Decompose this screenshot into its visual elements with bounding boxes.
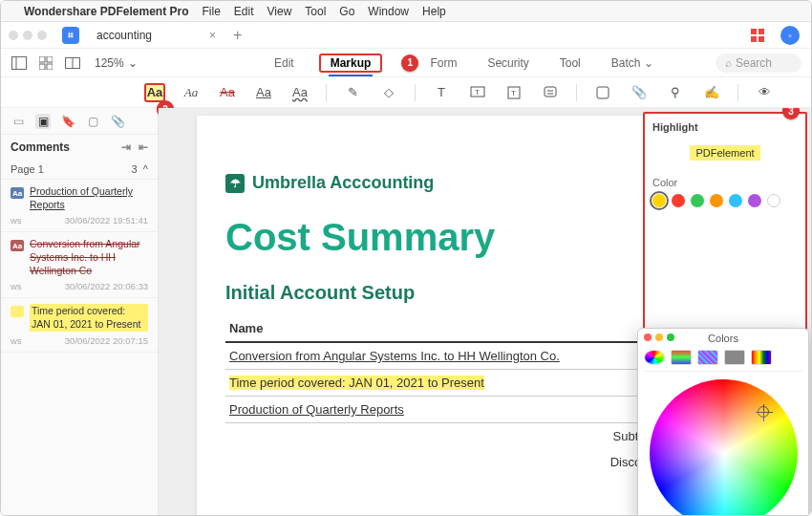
thumbnails-icon[interactable] <box>37 54 54 72</box>
toolbar-separator <box>415 84 416 101</box>
svg-rect-0 <box>751 29 757 34</box>
main-area: ▭ ▣ 🔖 ▢ 📎 Comments ⇥ ⇤ Page 1 3 ^ Aa Pro… <box>1 108 811 516</box>
eraser-tool[interactable]: ◇ <box>378 83 399 102</box>
color-swatch[interactable] <box>691 194 704 207</box>
svg-text:T: T <box>511 89 516 97</box>
tab-tool[interactable]: Tool <box>554 54 587 73</box>
text-style-tool[interactable]: Aa <box>181 83 202 102</box>
svg-rect-2 <box>751 36 757 42</box>
app-name[interactable]: Wondershare PDFelement Pro <box>24 5 189 18</box>
tab-form[interactable]: Form <box>424 54 462 73</box>
tab-batch[interactable]: Batch ⌄ <box>606 54 659 73</box>
main-toolbar: 125%⌄ Edit Markup 1 Form Security Tool B… <box>1 49 811 77</box>
svg-rect-4 <box>12 56 27 69</box>
color-swatch[interactable] <box>767 194 780 207</box>
picker-pencils-tab[interactable] <box>751 350 772 365</box>
menu-go[interactable]: Go <box>339 5 354 18</box>
highlight-tool-selected[interactable]: Aa <box>144 83 165 102</box>
comment-time: 30/06/2022 19:51:41 <box>65 215 148 226</box>
search-panel-icon[interactable]: ▢ <box>85 114 100 129</box>
sidebar-toggle-icon[interactable] <box>11 54 28 72</box>
stamp-tool[interactable]: ⚲ <box>665 83 686 102</box>
color-reticle[interactable] <box>758 406 769 418</box>
svg-rect-16 <box>545 87 556 97</box>
tab-close-icon[interactable]: × <box>209 29 216 42</box>
color-wheel[interactable] <box>650 379 798 516</box>
window-traffic-lights[interactable] <box>9 31 47 40</box>
search-box[interactable]: ⌕ Search <box>716 54 801 73</box>
document-tab[interactable]: accounting × <box>89 25 224 46</box>
markup-toolbar: Aa Aa Aa Aa Aa ✎ ◇ T T T 📎 ⚲ ✍ 👁 2 <box>1 77 811 108</box>
cell-name: Time period covered: JAN 01, 2021 to Pre… <box>229 376 484 390</box>
annotation-type-icon: Aa <box>11 240 24 251</box>
comments-panel-icon[interactable]: ▣ <box>35 114 51 129</box>
cell-name: Production of Quarterly Reports <box>229 402 404 417</box>
picker-sliders-tab[interactable] <box>671 350 692 365</box>
strikethrough-tool[interactable]: Aa <box>217 83 238 102</box>
search-icon: ⌕ <box>725 56 732 70</box>
sidebar-title: Comments <box>11 140 70 154</box>
attachments-panel-icon[interactable]: 📎 <box>110 114 125 129</box>
thumbnail-panel-icon[interactable]: ▭ <box>11 114 26 129</box>
search-placeholder: Search <box>736 56 772 70</box>
collapse-all-icon[interactable]: ⇥ <box>121 140 131 154</box>
comment-item[interactable]: Aa Production of Quarterly Reports ws30/… <box>1 180 158 232</box>
svg-rect-6 <box>39 56 45 62</box>
apps-grid-icon[interactable] <box>750 28 765 43</box>
tab-edit[interactable]: Edit <box>268 54 300 73</box>
app-logo-icon: ⌗ <box>62 27 79 44</box>
popover-traffic-lights[interactable] <box>644 333 674 341</box>
svg-rect-8 <box>39 64 45 70</box>
attachment-tool[interactable]: 📎 <box>629 83 650 102</box>
note-tool[interactable]: T <box>503 83 524 102</box>
underline-tool[interactable]: Aa <box>253 83 274 102</box>
chevron-down-icon: ⌄ <box>128 56 138 70</box>
expand-all-icon[interactable]: ⇤ <box>139 140 148 154</box>
hide-annotations-tool[interactable]: 👁 <box>754 83 775 102</box>
comment-user: ws <box>11 281 22 291</box>
menu-help[interactable]: Help <box>422 5 446 18</box>
color-picker-popover[interactable]: Colors ✎ sRGB IEC61966-2.1 <box>637 328 809 516</box>
comment-item[interactable]: Time period covered: JAN 01, 2021 to Pre… <box>1 298 158 353</box>
reading-mode-icon[interactable] <box>64 54 81 72</box>
svg-rect-3 <box>759 36 764 42</box>
sticky-note-tool[interactable] <box>540 83 561 102</box>
color-swatch[interactable] <box>729 194 742 207</box>
menu-file[interactable]: File <box>203 5 221 18</box>
comment-time: 30/06/2022 20:06:33 <box>65 281 148 291</box>
callout-tool[interactable]: T <box>467 83 488 102</box>
tab-markup-highlighted: Markup <box>319 54 383 73</box>
textbox-tool[interactable]: T <box>431 83 452 102</box>
bookmark-panel-icon[interactable]: 🔖 <box>60 114 75 129</box>
svg-text:T: T <box>475 88 480 97</box>
color-swatch[interactable] <box>748 194 761 207</box>
col-name: Name <box>225 315 696 342</box>
new-tab-button[interactable]: + <box>233 27 242 44</box>
menu-view[interactable]: View <box>267 5 292 18</box>
color-swatch[interactable] <box>672 194 685 207</box>
svg-rect-7 <box>47 56 53 62</box>
picker-image-tab[interactable] <box>724 350 745 365</box>
company-logo-icon: ☂ <box>225 174 245 193</box>
signature-tool[interactable]: ✍ <box>701 83 722 102</box>
macos-menubar: Wondershare PDFelement Pro File Edit Vie… <box>1 1 811 22</box>
picker-palettes-tab[interactable] <box>697 350 718 365</box>
user-avatar[interactable]: ◦ <box>780 26 800 45</box>
zoom-dropdown[interactable]: 125%⌄ <box>95 56 138 70</box>
comment-user: ws <box>11 215 22 226</box>
comment-item[interactable]: Aa Conversion from Angular Systems Inc. … <box>1 232 158 298</box>
menu-tool[interactable]: Tool <box>305 5 326 18</box>
picker-wheel-tab[interactable] <box>644 350 665 365</box>
squiggly-tool[interactable]: Aa <box>289 83 310 102</box>
pencil-tool[interactable]: ✎ <box>342 83 363 102</box>
color-swatch[interactable] <box>710 194 723 207</box>
document-canvas[interactable]: ☂ Umbrella Acccounting Cost Summary Init… <box>159 108 811 516</box>
shape-tool[interactable] <box>592 83 613 102</box>
tab-markup[interactable]: Markup <box>325 54 377 73</box>
menu-window[interactable]: Window <box>368 5 409 18</box>
page-group-header[interactable]: Page 1 3 ^ <box>1 160 158 180</box>
menu-edit[interactable]: Edit <box>234 5 254 18</box>
comment-count: 3 <box>132 163 138 175</box>
tab-security[interactable]: Security <box>481 54 534 73</box>
color-swatch[interactable] <box>652 194 666 207</box>
